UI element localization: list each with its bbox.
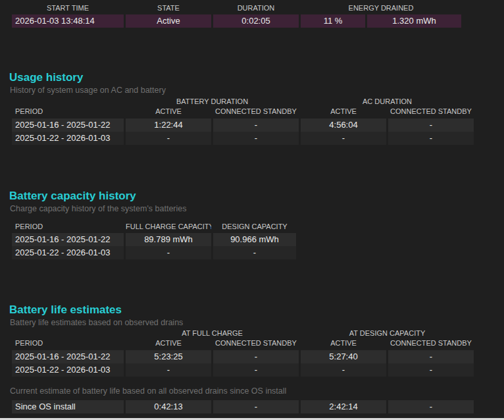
usage-history-group-header-row: BATTERY DURATION AC DURATION [12,97,504,106]
cell-battery-connected-standby: - [213,118,299,132]
cell-full-charge-connected-standby: - [213,363,299,377]
battery-life-group-header-row: AT FULL CHARGE AT DESIGN CAPACITY [12,329,504,338]
cell-battery-active: - [126,132,211,145]
battery-life-estimates-table: AT FULL CHARGE AT DESIGN CAPACITY PERIOD… [12,329,504,377]
table-row: 2025-01-22 - 2026-01-03 - - - - [12,363,504,377]
column-header-ac-connected-standby: CONNECTED STANDBY [388,107,474,116]
column-header-period: PERIOD [12,223,124,231]
cell-full-charge-connected-standby: - [213,400,299,413]
battery-usage-header-row: START TIME STATE DURATION ENERGY DRAINED [12,4,504,13]
cell-period: 2025-01-16 - 2025-01-22 [12,233,124,246]
column-header-period: PERIOD [12,107,124,116]
cell-ac-active: 4:56:04 [301,118,386,132]
battery-life-header-row: PERIOD ACTIVE CONNECTED STANDBY ACTIVE C… [12,339,504,348]
column-header-full-charge-connected-standby: CONNECTED STANDBY [213,339,299,348]
column-header-battery-active: ACTIVE [126,107,211,116]
group-header-battery-duration: BATTERY DURATION [126,97,299,106]
column-header-design-capacity-connected-standby: CONNECTED STANDBY [388,339,474,348]
cell-design-capacity-active: - [301,363,386,377]
cell-design-capacity-connected-standby: - [388,350,474,363]
column-header-design-capacity: DESIGN CAPACITY [213,223,296,231]
usage-history-title: Usage history [9,70,504,85]
cell-period: 2025-01-22 - 2026-01-03 [12,246,124,259]
os-install-summary-table: Since OS install 0:42:13 - 2:42:14 - [12,400,504,413]
cell-design-capacity-connected-standby: - [388,400,474,413]
table-row: 2025-01-22 - 2026-01-03 - - [12,246,504,259]
column-header-duration: DURATION [213,4,299,13]
column-header-battery-connected-standby: CONNECTED STANDBY [213,107,299,116]
os-install-estimate-note: Current estimate of battery life based o… [10,386,504,396]
cell-design-capacity: 90.966 mWh [213,233,296,246]
spacer [12,97,124,106]
cell-full-charge-active: 0:42:13 [126,400,211,413]
cell-full-charge-capacity: 89.789 mWh [126,233,211,246]
group-header-ac-duration: AC DURATION [301,97,474,106]
cell-full-charge-connected-standby: - [213,350,299,363]
battery-usage-table: START TIME STATE DURATION ENERGY DRAINED… [12,4,504,28]
table-row: Since OS install 0:42:13 - 2:42:14 - [12,400,504,413]
battery-usage-row: 2026-01-03 13:48:14 Active 0:02:05 11 % … [12,14,504,28]
battery-life-estimates-subtitle: Battery life estimates based on observed… [10,317,504,328]
battery-life-estimates-title: Battery life estimates [9,303,504,317]
column-header-design-capacity-active: ACTIVE [301,339,386,348]
table-row: 2025-01-16 - 2025-01-22 89.789 mWh 90.96… [12,233,504,246]
battery-capacity-history-title: Battery capacity history [9,189,504,203]
cell-since-os-install: Since OS install [12,400,124,413]
table-row: 2025-01-16 - 2025-01-22 5:23:25 - 5:27:4… [12,350,504,363]
group-header-at-design-capacity: AT DESIGN CAPACITY [301,329,474,338]
cell-period: 2025-01-16 - 2025-01-22 [12,118,124,132]
column-header-energy-drained: ENERGY DRAINED [301,4,461,13]
column-header-period: PERIOD [12,339,124,348]
cell-period: 2025-01-22 - 2026-01-03 [12,363,124,377]
usage-history-subtitle: History of system usage on AC and batter… [10,85,504,95]
battery-capacity-history-table: PERIOD FULL CHARGE CAPACITY DESIGN CAPAC… [12,223,504,259]
cell-energy-mwh: 1.320 mWh [367,14,461,28]
table-row: 2025-01-16 - 2025-01-22 1:22:44 - 4:56:0… [12,118,504,132]
battery-report: START TIME STATE DURATION ENERGY DRAINED… [0,4,504,413]
cell-battery-connected-standby: - [213,132,299,145]
cell-full-charge-active: - [126,363,211,377]
group-header-at-full-charge: AT FULL CHARGE [126,329,299,338]
cell-ac-connected-standby: - [388,132,474,145]
usage-history-header-row: PERIOD ACTIVE CONNECTED STANDBY ACTIVE C… [12,107,504,116]
column-header-start-time: START TIME [12,4,124,13]
cell-design-capacity-active: 5:27:40 [301,350,386,363]
cell-ac-connected-standby: - [388,118,474,132]
cell-ac-active: - [301,132,386,145]
column-header-state: STATE [126,4,211,13]
cell-battery-active: 1:22:44 [126,118,211,132]
cell-full-charge-active: 5:23:25 [126,350,211,363]
cell-design-capacity-active: 2:42:14 [301,400,386,413]
cell-energy-percent: 11 % [301,14,365,28]
cell-period: 2025-01-22 - 2026-01-03 [12,132,124,145]
battery-capacity-header-row: PERIOD FULL CHARGE CAPACITY DESIGN CAPAC… [12,223,504,231]
cell-period: 2025-01-16 - 2025-01-22 [12,350,124,363]
cell-duration: 0:02:05 [213,14,299,28]
cell-full-charge-capacity: - [126,246,211,259]
spacer [12,329,124,338]
cell-design-capacity: - [213,246,296,259]
battery-capacity-history-subtitle: Charge capacity history of the system's … [10,203,504,214]
column-header-ac-active: ACTIVE [301,107,386,116]
cell-start-time: 2026-01-03 13:48:14 [12,14,124,28]
cell-state: Active [126,14,211,28]
column-header-full-charge-capacity: FULL CHARGE CAPACITY [126,223,211,231]
table-row: 2025-01-22 - 2026-01-03 - - - - [12,132,504,145]
usage-history-table: BATTERY DURATION AC DURATION PERIOD ACTI… [12,97,504,145]
column-header-full-charge-active: ACTIVE [126,339,211,348]
cell-design-capacity-connected-standby: - [388,363,474,377]
